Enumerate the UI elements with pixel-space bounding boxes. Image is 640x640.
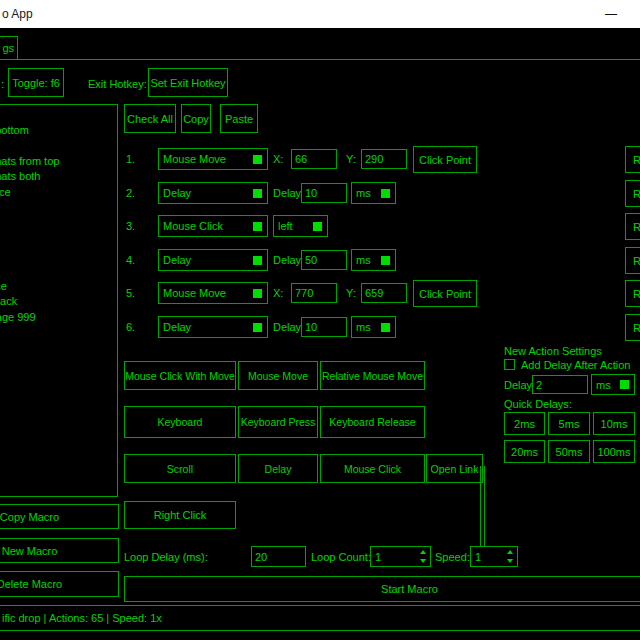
add-action-button-label: Mouse Click (344, 463, 401, 475)
add-action-button[interactable]: Keyboard (124, 406, 236, 438)
add-action-button-label: Relative Mouse Move (322, 370, 423, 382)
y-coordinate-input[interactable] (361, 283, 407, 303)
nas-delay-unit-dropdown[interactable]: ms (591, 374, 635, 395)
quick-delay-button[interactable]: 50ms (548, 440, 590, 463)
delay-unit-dropdown[interactable]: ms (351, 249, 396, 271)
remove-action-label: R (633, 255, 640, 267)
add-action-button[interactable]: Scroll (124, 454, 236, 483)
click-point-button[interactable]: Click Point (413, 280, 477, 307)
check-all-button[interactable]: Check All (124, 104, 176, 133)
add-action-button[interactable]: Mouse Click (320, 454, 425, 483)
remove-action-button[interactable]: R (625, 247, 640, 274)
action-row-number: 3. (126, 220, 135, 232)
x-coordinate-input[interactable] (291, 283, 337, 303)
quick-delay-button[interactable]: 2ms (504, 412, 545, 435)
copy-macro-button[interactable]: Copy Macro (0, 504, 119, 529)
minimize-button[interactable]: — (588, 0, 634, 28)
start-macro-button[interactable]: Start Macro (124, 576, 640, 602)
action-type-dropdown[interactable]: Mouse Move (158, 148, 268, 170)
stepper-up-icon[interactable] (507, 550, 513, 554)
quick-delay-label: 100ms (597, 446, 630, 458)
mouse-button-dropdown-value: left (278, 220, 293, 232)
add-action-button-label: Keyboard (158, 416, 203, 428)
action-row-number: 1. (126, 153, 135, 165)
list-item[interactable]: ance (0, 279, 7, 294)
copy-button[interactable]: Copy (181, 104, 211, 133)
set-exit-hotkey-button[interactable]: Set Exit Hotkey (148, 68, 228, 97)
quick-delay-button[interactable]: 10ms (593, 412, 635, 435)
remove-action-label: R (633, 221, 640, 233)
list-item[interactable]: g mats both (0, 169, 40, 184)
add-action-button[interactable]: Mouse Move (238, 361, 318, 390)
delay-label: Delay (273, 321, 301, 333)
loop-count-stepper[interactable]: 1 (370, 546, 431, 567)
delete-macro-button[interactable]: Delete Macro (0, 571, 119, 597)
toggle-hotkey-button[interactable]: Toggle: f6 (8, 68, 64, 97)
stepper-down-icon[interactable] (420, 559, 426, 563)
remove-action-label: R (633, 188, 640, 200)
remove-action-button[interactable]: R (625, 280, 640, 307)
start-macro-label: Start Macro (381, 583, 438, 595)
add-action-button[interactable]: Open Link (426, 454, 483, 483)
new-macro-button[interactable]: New Macro (0, 538, 119, 563)
action-row-number: 2. (126, 187, 135, 199)
check-all-label: Check All (127, 113, 173, 125)
remove-action-label: R (633, 288, 640, 300)
macro-list[interactable]: om bottomstg mats from topg mats bothran… (0, 104, 118, 497)
speed-label: Speed: (435, 551, 470, 563)
nas-delay-unit-value: ms (596, 379, 611, 391)
remove-action-button[interactable]: R (625, 146, 640, 173)
remove-action-button[interactable]: R (625, 314, 640, 341)
speed-stepper[interactable]: 1 (470, 546, 518, 567)
y-coordinate-input[interactable] (361, 149, 407, 169)
quick-delay-button[interactable]: 5ms (548, 412, 590, 435)
loop-delay-label: Loop Delay (ms): (124, 551, 208, 563)
quick-delay-label: 5ms (559, 418, 580, 430)
remove-action-button[interactable]: R (625, 213, 640, 240)
minimize-icon: — (605, 7, 617, 21)
list-item[interactable]: g mats from top (0, 154, 59, 169)
add-action-button[interactable]: Relative Mouse Move (320, 361, 425, 390)
action-type-dropdown[interactable]: Mouse Move (158, 282, 268, 304)
nas-delay-input[interactable] (532, 375, 588, 394)
delay-unit-dropdown[interactable]: ms (351, 182, 396, 204)
add-delay-checkbox-label: Add Delay After Action (521, 359, 630, 371)
loop-delay-input[interactable] (251, 546, 306, 567)
dropdown-arrow-icon (253, 256, 262, 265)
quick-delay-button[interactable]: 100ms (593, 440, 635, 463)
mouse-button-dropdown[interactable]: left (273, 215, 328, 237)
quick-delay-button[interactable]: 20ms (504, 440, 545, 463)
dropdown-arrow-icon (620, 380, 629, 389)
action-type-dropdown[interactable]: Delay (158, 182, 268, 204)
list-item[interactable]: rance (0, 185, 11, 200)
tab-settings[interactable]: gs (0, 36, 18, 60)
action-type-dropdown[interactable]: Delay (158, 316, 268, 338)
stepper-up-icon[interactable] (420, 550, 426, 554)
dropdown-arrow-icon (253, 289, 262, 298)
action-type-dropdown[interactable]: Delay (158, 249, 268, 271)
window-title: o App (2, 0, 33, 28)
add-action-button[interactable]: Delay (238, 454, 318, 483)
right-click-button[interactable]: Right Click (124, 501, 236, 529)
action-type-dropdown[interactable]: Mouse Click (158, 215, 268, 237)
delay-input[interactable] (301, 317, 347, 337)
list-item[interactable]: torage 999 (0, 310, 36, 325)
delay-unit-dropdown[interactable]: ms (351, 316, 396, 338)
x-label: X: (273, 287, 283, 299)
click-point-button[interactable]: Click Point (413, 146, 477, 173)
click-point-label: Click Point (419, 154, 471, 166)
add-action-button[interactable]: Keyboard Release (320, 406, 425, 438)
list-item[interactable]: m bottom (0, 123, 29, 138)
stepper-down-icon[interactable] (507, 559, 513, 563)
add-delay-checkbox[interactable] (504, 359, 515, 370)
remove-action-button[interactable]: R (625, 180, 640, 207)
delay-input[interactable] (301, 250, 347, 270)
speed-value: 1 (475, 551, 481, 563)
add-action-button[interactable]: Keyboard Press (238, 406, 318, 438)
list-item[interactable]: ckpack (0, 294, 17, 309)
add-action-button[interactable]: Mouse Click With Move (124, 361, 236, 390)
x-coordinate-input[interactable] (291, 149, 337, 169)
delay-input[interactable] (301, 183, 347, 203)
paste-button[interactable]: Paste (220, 104, 258, 133)
tab-settings-label: gs (2, 42, 14, 54)
